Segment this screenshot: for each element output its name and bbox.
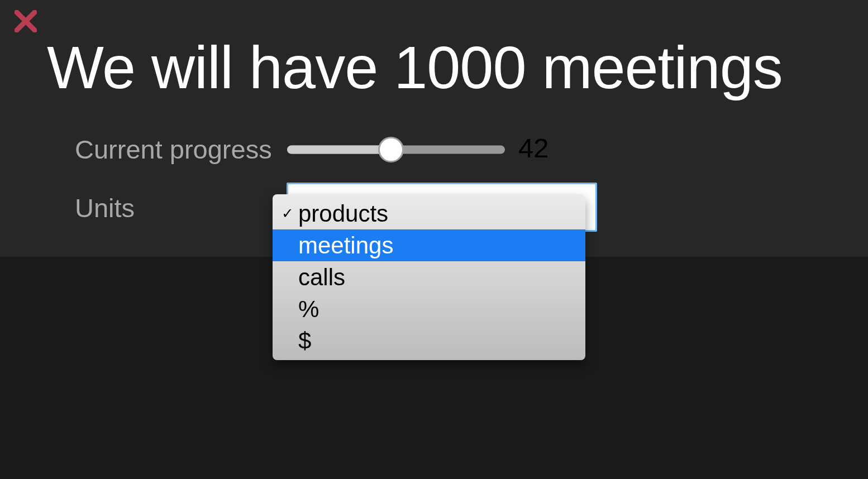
dropdown-option-meetings[interactable]: meetings: [273, 229, 585, 261]
units-dropdown[interactable]: ✓ products meetings calls % $: [273, 194, 585, 360]
dropdown-option-label: $: [298, 328, 311, 354]
close-icon[interactable]: [15, 10, 37, 32]
page-title: We will have 1000 meetings: [47, 32, 783, 102]
units-label: Units: [75, 193, 287, 223]
dropdown-option-label: %: [298, 296, 319, 322]
progress-value: 42: [518, 134, 549, 162]
progress-row: Current progress: [75, 134, 505, 165]
slider-thumb[interactable]: [378, 137, 404, 162]
dropdown-option-dollar[interactable]: $: [273, 325, 585, 357]
dropdown-option-calls[interactable]: calls: [273, 261, 585, 293]
progress-slider[interactable]: [287, 136, 505, 164]
slider-fill: [287, 145, 391, 154]
dropdown-option-label: meetings: [298, 232, 393, 258]
check-icon: ✓: [279, 198, 296, 229]
dropdown-option-percent[interactable]: %: [273, 293, 585, 325]
dropdown-option-label: products: [298, 200, 388, 227]
units-row: Units: [75, 193, 287, 223]
progress-label: Current progress: [75, 134, 287, 165]
dropdown-option-label: calls: [298, 264, 345, 290]
dropdown-option-products[interactable]: ✓ products: [273, 198, 585, 229]
